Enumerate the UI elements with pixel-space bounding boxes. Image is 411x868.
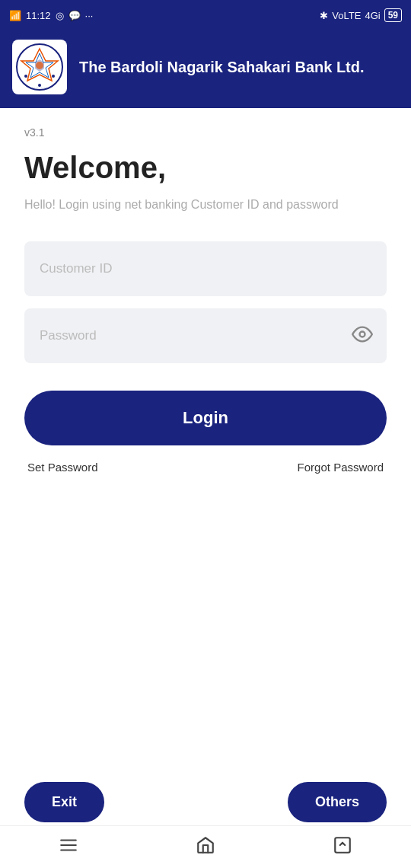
svg-point-4 <box>36 62 43 69</box>
svg-text:· · · · · · · · ·: · · · · · · · · · <box>33 85 47 89</box>
welcome-heading: Welcome, <box>24 151 387 185</box>
home-nav-icon[interactable] <box>196 835 215 860</box>
back-nav-icon[interactable] <box>333 835 352 860</box>
status-left-icons: 📶 11:12 ◎ 💬 ··· <box>9 10 93 21</box>
system-nav-bar <box>0 825 411 868</box>
svg-point-9 <box>360 332 365 337</box>
time-display: 11:12 <box>26 10 51 21</box>
svg-rect-13 <box>335 838 350 853</box>
main-content: v3.1 Welcome, Hello! Login using net ban… <box>0 108 411 474</box>
bluetooth-icon: ✱ <box>320 10 328 21</box>
set-password-link[interactable]: Set Password <box>27 461 98 474</box>
svg-point-6 <box>24 75 27 78</box>
password-input[interactable] <box>24 308 387 363</box>
toggle-password-icon[interactable] <box>352 324 373 348</box>
whatsapp-icon: ◎ <box>56 10 64 21</box>
others-button[interactable]: Others <box>288 782 387 822</box>
svg-point-7 <box>52 75 55 78</box>
bottom-actions: Exit Others <box>0 782 411 822</box>
battery-indicator: 59 <box>384 8 402 22</box>
customer-id-input[interactable] <box>24 241 387 296</box>
signal-strength-icon: 📶 <box>9 10 21 21</box>
forgot-password-link[interactable]: Forgot Password <box>298 461 384 474</box>
status-right-icons: ✱ VoLTE 4Gi 59 <box>320 8 402 22</box>
4gi-label: 4Gi <box>365 10 380 21</box>
login-subtitle: Hello! Login using net banking Customer … <box>24 196 387 214</box>
bank-logo-container: · · · · · · · · · <box>12 40 67 94</box>
bank-logo-svg: · · · · · · · · · <box>15 43 64 91</box>
links-row: Set Password Forgot Password <box>24 461 387 474</box>
app-header: · · · · · · · · · The Bardoli Nagarik Sa… <box>0 30 411 108</box>
login-button[interactable]: Login <box>24 391 387 445</box>
status-bar: 📶 11:12 ◎ 💬 ··· ✱ VoLTE 4Gi 59 <box>0 0 411 30</box>
menu-nav-icon[interactable] <box>59 835 78 860</box>
chat-icon: 💬 <box>68 10 81 21</box>
volte-label: VoLTE <box>332 10 361 21</box>
version-label: v3.1 <box>24 126 387 139</box>
more-icons: ··· <box>85 10 94 21</box>
exit-button[interactable]: Exit <box>24 782 104 822</box>
bank-name-title: The Bardoli Nagarik Sahakari Bank Ltd. <box>79 57 399 77</box>
password-wrapper <box>24 308 387 363</box>
